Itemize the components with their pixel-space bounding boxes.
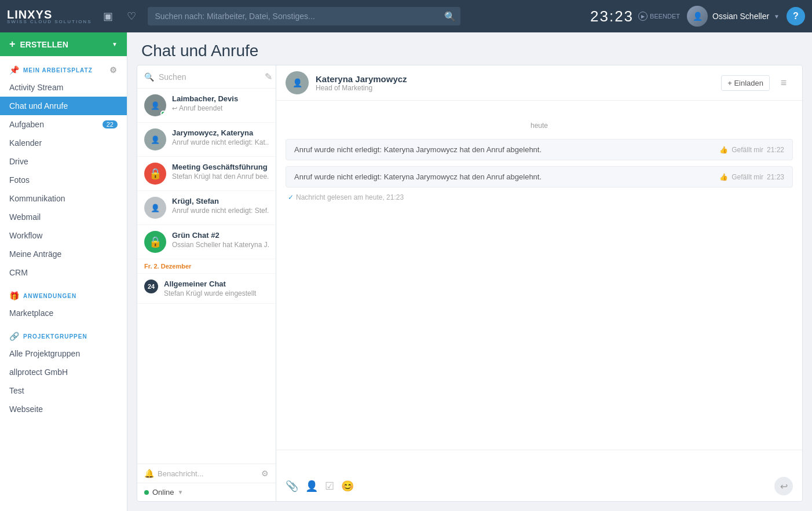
sidebar-item-crm[interactable]: CRM [0, 263, 127, 282]
message-time: 21:23 [767, 173, 784, 181]
create-button[interactable]: + ERSTELLEN ▼ [0, 32, 127, 56]
marketplace-label: Marketplace [9, 308, 53, 318]
global-search-input[interactable] [148, 7, 460, 25]
chat-list-header: 🔍 ✎ [137, 65, 276, 89]
chat-item[interactable]: 🔒 Grün Chat #2 Ossian Scheller hat Kater… [137, 225, 276, 259]
user-avatar: 👤 [687, 6, 708, 27]
chat-item-info: Meeting Geschäftsführung Stefan Krügl ha… [172, 163, 269, 181]
bell-nav-icon[interactable]: ♡ [122, 8, 141, 25]
chat-item[interactable]: 👤 Krügl, Stefan Anruf wurde nicht erledi… [137, 191, 276, 225]
avatar: 👤 [144, 197, 166, 219]
chat-item-name: Jarymowycz, Kateryna [172, 128, 269, 137]
sidebar-item-drive[interactable]: Drive [0, 152, 127, 171]
my-workspace-section: 📌 MEIN ARBEITSPLATZ ⚙ [0, 56, 127, 78]
contact-avatar: 👤 [286, 71, 309, 94]
new-chat-edit-icon[interactable]: ✎ [265, 71, 272, 82]
help-button[interactable]: ? [787, 7, 805, 25]
like-label: Gefällt mir [731, 146, 763, 154]
chat-item[interactable]: 👤 Jarymowycz, Kateryna Anruf wurde nicht… [137, 123, 276, 157]
message-time: 21:22 [767, 146, 784, 154]
sidebar-item-test[interactable]: Test [0, 381, 127, 400]
bell-icon: 🔔 [144, 469, 154, 478]
sidebar-item-kommunikation[interactable]: Kommunikation [0, 189, 127, 208]
online-dropdown-chevron[interactable]: ▼ [178, 489, 184, 495]
chat-list-search-icon: 🔍 [144, 72, 154, 82]
create-label: ERSTELLEN [20, 40, 68, 49]
online-indicator-dot [160, 111, 166, 116]
sidebar-item-fotos[interactable]: Fotos [0, 171, 127, 189]
chat-item-preview: ↩ Anruf beendet [172, 104, 269, 112]
play-icon: ▶ [638, 12, 648, 21]
webmail-label: Webmail [9, 212, 41, 222]
chat-item-preview: Stefan Krügl wurde eingestellt [164, 289, 269, 297]
online-dot-status [144, 490, 149, 495]
clock-display: 23:23 [590, 8, 634, 25]
page-title: Chat und Anrufe [141, 42, 798, 60]
chat-date-separator: Fr. 2. Dezember [137, 259, 276, 274]
sidebar-item-chat-und-anrufe[interactable]: Chat und Anrufe [0, 97, 127, 115]
notify-area[interactable]: 🔔 Benachricht... [144, 469, 261, 478]
chat-list: 🔍 ✎ 👤 Laimbacher, Devis [137, 65, 276, 501]
message-bubble: Anruf wurde nicht erledigt: Kateryna Jar… [286, 166, 793, 188]
chat-input-box [276, 450, 802, 473]
search-wrapper: 🔍 [148, 7, 460, 25]
app-layout: + ERSTELLEN ▼ 📌 MEIN ARBEITSPLATZ ⚙ Acti… [0, 32, 812, 511]
settings-gear-icon[interactable]: ⚙ [109, 65, 118, 75]
chat-item[interactable]: 🔒 Meeting Geschäftsführung Stefan Krügl … [137, 157, 276, 191]
nav-icons: ▣ ♡ [98, 8, 141, 25]
message-meta: 👍 Gefällt mir 21:22 [719, 146, 784, 154]
sidebar-item-kalender[interactable]: Kalender [0, 134, 127, 152]
user-name: Ossian Scheller [712, 12, 769, 21]
sidebar-item-activity-stream[interactable]: Activity Stream [0, 78, 127, 97]
chat-item-info: Krügl, Stefan Anruf wurde nicht erledigt… [172, 197, 269, 215]
chat-item-preview: Anruf wurde nicht erledigt: Stef... [172, 207, 269, 215]
kalender-label: Kalender [9, 138, 42, 148]
sidebar-item-marketplace[interactable]: Marketplace [0, 304, 127, 322]
beendet-label: BEENDET [650, 13, 680, 20]
sidebar-item-meine-antraege[interactable]: Meine Anträge [0, 245, 127, 263]
sidebar-item-aufgaben[interactable]: Aufgaben 22 [0, 115, 127, 134]
avatar: 🔒 [144, 163, 166, 185]
like-icon: 👍 [719, 173, 728, 181]
sidebar-item-webseite[interactable]: Webseite [0, 400, 127, 418]
create-chevron-icon: ▼ [112, 41, 118, 47]
attach-file-icon[interactable]: 📎 [286, 480, 298, 492]
avatar: 👤 [144, 94, 166, 116]
anwendungen-section: 🎁 ANWENDUNGEN [0, 282, 127, 304]
aufgaben-label: Aufgaben [9, 120, 44, 129]
chat-item-preview: Stefan Krügl hat den Anruf bee... [172, 172, 269, 181]
mention-icon[interactable]: 👤 [305, 480, 318, 492]
chat-settings-icon[interactable]: ⚙ [261, 469, 269, 478]
send-button[interactable]: ↩ [774, 477, 793, 495]
chat-item-info: Jarymowycz, Kateryna Anruf wurde nicht e… [172, 128, 269, 146]
message-bubble: Anruf wurde nicht erledigt: Kateryna Jar… [286, 139, 793, 160]
chat-header-info: Kateryna Jarymowycz Head of Marketing [316, 74, 714, 92]
chat-item[interactable]: 24 Allgemeiner Chat Stefan Krügl wurde e… [137, 274, 276, 304]
chat-nav-icon[interactable]: ▣ [98, 8, 118, 25]
chat-message-input[interactable] [286, 457, 793, 466]
logo: LINXYS SWISS CLOUD SOLUTIONS [7, 8, 92, 24]
logo-sub: SWISS CLOUD SOLUTIONS [7, 19, 92, 24]
checklist-icon[interactable]: ☑ [325, 480, 334, 492]
search-submit-icon[interactable]: 🔍 [444, 11, 456, 22]
chat-badge-avatar: 24 [144, 280, 158, 293]
pin-icon: 📌 [9, 65, 20, 75]
online-label: Online [152, 488, 174, 497]
activity-stream-label: Activity Stream [9, 83, 63, 92]
chat-search-input[interactable] [159, 72, 260, 82]
sidebar-item-allprotect-gmbh[interactable]: allprotect GmbH [0, 363, 127, 381]
kommunikation-label: Kommunikation [9, 194, 65, 203]
sidebar-item-workflow[interactable]: Workflow [0, 226, 127, 245]
allprotect-gmbh-label: allprotect GmbH [9, 367, 68, 377]
chat-item-info: Grün Chat #2 Ossian Scheller hat Kateryn… [172, 231, 269, 249]
chat-item-info: Allgemeiner Chat Stefan Krügl wurde eing… [164, 280, 269, 297]
sidebar-item-alle-projektgruppen[interactable]: Alle Projektgruppen [0, 344, 127, 363]
emoji-icon[interactable]: 😊 [341, 480, 354, 492]
fotos-label: Fotos [9, 175, 30, 185]
invite-button[interactable]: + Einladen [721, 75, 770, 91]
chat-item-info: Laimbacher, Devis ↩ Anruf beendet [172, 94, 269, 112]
chat-item[interactable]: 👤 Laimbacher, Devis ↩ Anruf beendet [137, 89, 276, 123]
user-block[interactable]: 👤 Ossian Scheller ▼ [687, 6, 780, 27]
sidebar-item-webmail[interactable]: Webmail [0, 208, 127, 226]
search-chat-icon[interactable]: ≡ [774, 73, 793, 92]
